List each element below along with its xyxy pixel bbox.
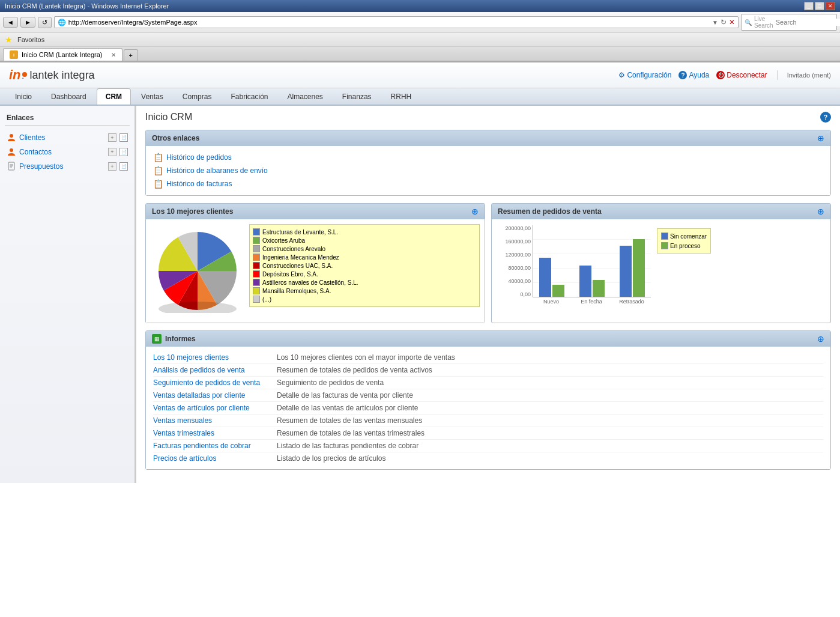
informe-link-precios-articulos[interactable]: Precios de artículos	[153, 454, 273, 463]
top10-toggle[interactable]: ⊕	[471, 207, 479, 216]
link-historico-pedidos[interactable]: 📋 Histórico de pedidos	[153, 151, 823, 164]
bar-group-nuevo	[539, 258, 564, 297]
bar-legend-item-0: Sin comenzar	[661, 233, 707, 240]
content-area: Enlaces Clientes + 📄	[0, 106, 840, 483]
sidebar: Enlaces Clientes + 📄	[0, 106, 135, 483]
favorites-label[interactable]: Favoritos	[17, 36, 44, 43]
logo-text: lantek integra	[30, 69, 95, 82]
resumen-pedidos-toggle[interactable]: ⊕	[817, 207, 824, 216]
back-button[interactable]: ◄	[3, 17, 18, 28]
sidebar-item-clientes[interactable]: Clientes + 📄	[5, 130, 130, 145]
svg-point-1	[10, 148, 13, 152]
svg-point-6	[159, 302, 237, 313]
config-label: Configuración	[627, 71, 671, 79]
tab-favicon: i	[10, 50, 18, 59]
informe-link-ventas-articulos[interactable]: Ventas de artículos por cliente	[153, 404, 273, 412]
legend-item-1: Oxicortes Aruba	[253, 236, 476, 245]
sidebar-title: Enlaces	[5, 111, 130, 126]
legend-label-2: Construcciones Arevalo	[262, 246, 325, 252]
sidebar-item-contactos[interactable]: Contactos + 📄	[5, 145, 130, 159]
otros-enlaces-panel: Otros enlaces ⊕ 📋 Histórico de pedidos 📋…	[145, 130, 831, 196]
otros-enlaces-title: Otros enlaces	[152, 134, 199, 142]
tab-almacenes[interactable]: Almacenes	[278, 88, 331, 105]
forward-button[interactable]: ►	[20, 17, 35, 28]
tab-crm[interactable]: CRM	[97, 88, 131, 105]
link-historico-facturas[interactable]: 📋 Histórico de facturas	[153, 177, 823, 190]
legend-color-0	[253, 228, 260, 236]
tab-rrhh[interactable]: RRHH	[382, 88, 421, 105]
legend-label-8: (...)	[262, 296, 271, 303]
page-title: Inicio CRM	[145, 112, 192, 123]
config-link[interactable]: ⚙ Configuración	[618, 71, 671, 79]
historico-albaranes-label: Histórico de albaranes de envío	[166, 166, 268, 175]
informe-link-seguimiento[interactable]: Seguimiento de pedidos de venta	[153, 378, 273, 387]
browser-tab-bar: i Inicio CRM (Lantek Integra) ✕ +	[0, 47, 840, 62]
tab-fabricacion[interactable]: Fabricación	[222, 88, 277, 105]
tab-inicio[interactable]: Inicio	[6, 88, 41, 105]
link-historico-albaranes[interactable]: 📋 Histórico de albaranes de envío	[153, 164, 823, 177]
svg-point-0	[10, 134, 13, 138]
nav-bar: ◄ ► ↺ 🌐 ▼ ↻ ✕ 🔍 Live Search 🔍	[0, 12, 840, 33]
clientes-file-icon[interactable]: 📄	[119, 133, 128, 142]
x-label-enfecha: En fecha	[579, 299, 604, 305]
y-label-3: 80000,00	[498, 265, 531, 271]
contactos-file-icon[interactable]: 📄	[119, 148, 128, 156]
sidebar-clientes-label: Clientes	[19, 133, 45, 142]
help-link[interactable]: ? Ayuda	[678, 71, 709, 79]
tab-compras[interactable]: Compras	[174, 88, 221, 105]
page-icon: 🌐	[58, 19, 66, 26]
sidebar-contactos-label: Contactos	[19, 148, 52, 156]
legend-item-8: (...)	[253, 295, 476, 303]
disconnect-link[interactable]: ⏻ Desconectar	[716, 71, 767, 79]
informe-link-analisis[interactable]: Análisis de pedidos de venta	[153, 366, 273, 374]
tab-dashboard[interactable]: Dashboard	[42, 88, 95, 105]
refresh-button[interactable]: ↺	[38, 17, 52, 28]
bar-enfecha-sin-comenzar	[579, 266, 591, 297]
bar-retrasado-en-proceso	[633, 239, 645, 297]
informe-link-facturas-pendientes[interactable]: Facturas pendientes de cobrar	[153, 442, 273, 450]
otros-enlaces-toggle[interactable]: ⊕	[817, 133, 824, 143]
user-label: Invitado (ment)	[787, 71, 831, 79]
informes-toggle[interactable]: ⊕	[817, 334, 824, 344]
help-label: Ayuda	[689, 71, 709, 79]
presupuestos-add-icon[interactable]: +	[108, 162, 116, 171]
legend-item-2: Construcciones Arevalo	[253, 245, 476, 253]
informe-link-ventas-detalladas[interactable]: Ventas detalladas por cliente	[153, 391, 273, 400]
window-title: Inicio CRM (Lantek Integra) - Windows In…	[5, 2, 169, 10]
close-button[interactable]: ✕	[826, 2, 835, 10]
live-search-label: Live Search	[754, 16, 773, 29]
top10-title: Los 10 mejores clientes	[152, 207, 233, 216]
informe-link-top10[interactable]: Los 10 mejores clientes	[153, 353, 273, 362]
legend-item-4: Construcciones UAC, S.A.	[253, 261, 476, 270]
resumen-pedidos-header: Resumen de pedidos de venta ⊕	[492, 204, 830, 219]
presupuestos-file-icon[interactable]: 📄	[119, 162, 128, 171]
bar-legend-color-0	[661, 233, 668, 240]
page-help-icon[interactable]: ?	[820, 112, 831, 123]
contactos-add-icon[interactable]: +	[108, 148, 116, 156]
legend-item-6: Astilleros navales de Castellón, S.L.	[253, 278, 476, 287]
search-input[interactable]	[776, 19, 840, 26]
maximize-button[interactable]: □	[815, 2, 824, 10]
tab-ventas[interactable]: Ventas	[132, 88, 172, 105]
bar-retrasado-sin-comenzar	[620, 246, 632, 297]
bar-legend-label-1: En proceso	[670, 243, 701, 249]
informe-link-ventas-mensuales[interactable]: Ventas mensuales	[153, 416, 273, 425]
legend-item-7: Mansilla Remolques, S.A.	[253, 287, 476, 295]
new-tab-button[interactable]: +	[124, 49, 138, 61]
logo: in . lantek integra	[9, 67, 95, 83]
logo-dot: .	[22, 72, 27, 77]
legend-color-6	[253, 279, 260, 286]
sidebar-item-presupuestos[interactable]: Presupuestos + 📄	[5, 159, 130, 174]
browser-tab-crm[interactable]: i Inicio CRM (Lantek Integra) ✕	[3, 48, 122, 61]
tab-close-icon[interactable]: ✕	[111, 52, 116, 58]
top10-body: Estructuras de Levante, S.L. Oxicortes A…	[146, 219, 485, 323]
minimize-button[interactable]: _	[804, 2, 814, 10]
tab-finanzas[interactable]: Finanzas	[333, 88, 381, 105]
informes-icon: ▦	[152, 334, 162, 344]
informe-link-ventas-trimestrales[interactable]: Ventas trimestrales	[153, 429, 273, 437]
header-links: ⚙ Configuración ? Ayuda ⏻ Desconectar In…	[618, 70, 831, 80]
disconnect-icon: ⏻	[716, 71, 725, 79]
clientes-add-icon[interactable]: +	[108, 133, 116, 142]
pie-chart	[156, 229, 240, 313]
url-input[interactable]	[68, 19, 710, 26]
